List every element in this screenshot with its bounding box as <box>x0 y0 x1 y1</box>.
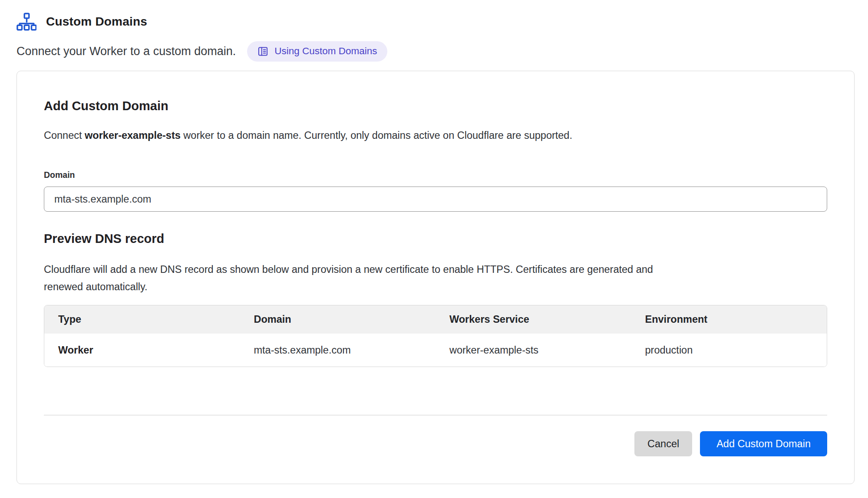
book-icon <box>257 46 269 57</box>
cell-domain: mta-sts.example.com <box>240 334 436 367</box>
domain-label: Domain <box>44 170 827 180</box>
form-heading: Add Custom Domain <box>44 99 827 113</box>
footer-divider <box>44 415 827 416</box>
preview-dns-description: Cloudflare will add a new DNS record as … <box>44 261 676 295</box>
add-custom-domain-button[interactable]: Add Custom Domain <box>700 431 827 456</box>
docs-link-label: Using Custom Domains <box>274 46 377 57</box>
domain-input[interactable] <box>44 187 827 212</box>
col-header-workers-service: Workers Service <box>436 305 631 334</box>
intro-prefix: Connect <box>44 130 85 141</box>
table-header-row: Type Domain Workers Service Environment <box>44 305 827 334</box>
page-subtitle: Connect your Worker to a custom domain. <box>17 45 236 58</box>
docs-link-using-custom-domains[interactable]: Using Custom Domains <box>247 41 387 62</box>
cell-type: Worker <box>44 334 240 367</box>
col-header-environment: Environment <box>631 305 827 334</box>
preview-dns-heading: Preview DNS record <box>44 232 827 246</box>
cancel-button[interactable]: Cancel <box>634 431 692 456</box>
sitemap-icon <box>17 13 36 31</box>
cell-workers-service: worker-example-sts <box>436 334 631 367</box>
worker-name: worker-example-sts <box>85 130 181 141</box>
custom-domains-page: Custom Domains Connect your Worker to a … <box>0 0 868 484</box>
form-actions: Cancel Add Custom Domain <box>44 431 827 456</box>
dns-preview-table: Type Domain Workers Service Environment … <box>44 305 827 367</box>
form-intro: Connect worker-example-sts worker to a d… <box>44 130 827 141</box>
cell-environment: production <box>631 334 827 367</box>
add-custom-domain-card: Add Custom Domain Connect worker-example… <box>17 71 855 484</box>
table-row: Worker mta-sts.example.com worker-exampl… <box>44 334 827 367</box>
intro-suffix: worker to a domain name. Currently, only… <box>181 130 572 141</box>
col-header-domain: Domain <box>240 305 436 334</box>
page-subheader: Connect your Worker to a custom domain. … <box>17 41 851 62</box>
page-title: Custom Domains <box>46 15 147 29</box>
page-header: Custom Domains <box>17 11 851 32</box>
col-header-type: Type <box>44 305 240 334</box>
